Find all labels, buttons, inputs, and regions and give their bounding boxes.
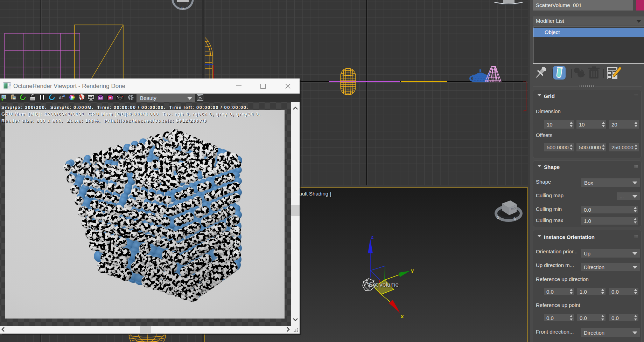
svg-text:Sot volume: Sot volume (369, 281, 399, 288)
svg-text:S: S (181, 6, 184, 10)
svg-text:z: z (371, 234, 374, 240)
svg-text:x: x (401, 313, 404, 319)
svg-text:y: y (411, 267, 414, 273)
